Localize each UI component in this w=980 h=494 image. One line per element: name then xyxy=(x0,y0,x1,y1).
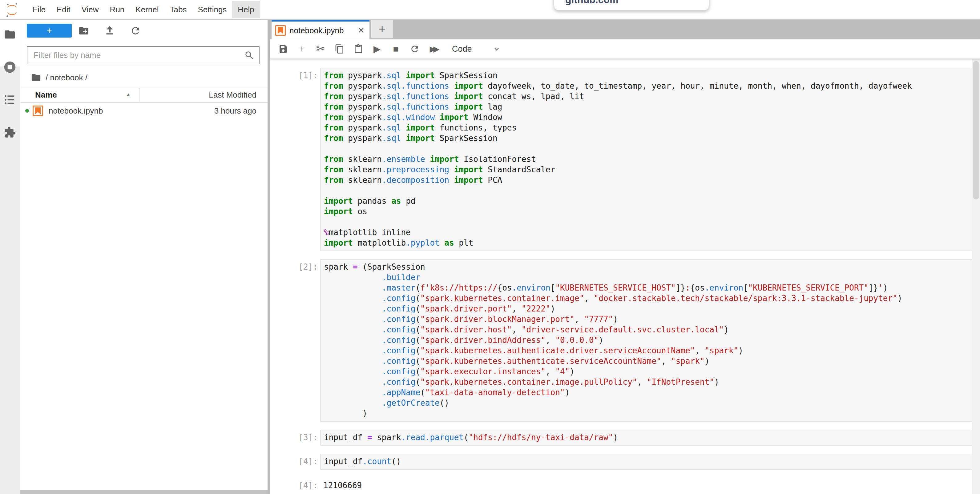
code-line: .getOrCreate() xyxy=(324,398,972,408)
menu-view[interactable]: View xyxy=(76,1,104,18)
cell-editor[interactable]: spark = (SparkSession .builder .master(f… xyxy=(320,259,972,422)
interrupt-kernel-button[interactable]: ■ xyxy=(387,40,405,58)
code-line: from pyspark.sql.functions import concat… xyxy=(324,91,972,102)
code-line: .config("spark.kubernetes.container.imag… xyxy=(324,377,972,387)
insert-cell-button[interactable]: + xyxy=(293,40,311,58)
notebook-icon xyxy=(275,25,286,36)
cell-type-dropdown[interactable]: Code xyxy=(452,44,501,54)
filter-files-input[interactable] xyxy=(27,51,242,60)
new-folder-icon xyxy=(78,25,89,37)
code-cell: [2]:spark = (SparkSession .builder .mast… xyxy=(270,259,972,422)
output-text: 12106669 xyxy=(323,478,362,491)
menu-help[interactable]: Help xyxy=(232,1,259,18)
file-list-header: Name ▲ Last Modified xyxy=(20,87,267,103)
cut-cells-button[interactable]: ✂ xyxy=(311,40,330,58)
sort-ascending-icon: ▲ xyxy=(126,92,131,98)
code-line: spark = (SparkSession xyxy=(324,262,972,272)
popup-site-text: github.com xyxy=(565,0,618,6)
notebook-file-icon xyxy=(33,106,43,116)
upload-icon xyxy=(104,25,115,37)
code-line: import os xyxy=(324,206,972,217)
file-browser-hscrollbar[interactable] xyxy=(20,490,267,494)
file-row[interactable]: notebook.ipynb3 hours ago xyxy=(20,102,267,119)
stop-circle-icon xyxy=(3,60,17,74)
folder-icon xyxy=(4,28,16,41)
notebook-cells: [1]:from pyspark.sql import SparkSession… xyxy=(270,59,972,494)
code-line: ) xyxy=(324,408,972,419)
save-icon xyxy=(278,44,288,54)
filter-files-box xyxy=(27,46,259,64)
refresh-button[interactable] xyxy=(128,24,143,38)
close-icon[interactable]: ✕ xyxy=(358,25,364,35)
code-cell: [1]:from pyspark.sql import SparkSession… xyxy=(270,68,972,251)
sidebar-item-extensions[interactable] xyxy=(0,122,20,142)
sidebar-item-file-browser[interactable] xyxy=(0,25,20,44)
tab-notebook[interactable]: notebook.ipynb ✕ xyxy=(272,20,369,40)
copy-cells-button[interactable] xyxy=(330,40,349,58)
run-all-button[interactable]: ▶▶ xyxy=(424,40,445,58)
file-list: notebook.ipynb3 hours ago xyxy=(20,102,267,119)
breadcrumb[interactable]: / notebook / xyxy=(20,68,267,87)
menu-file[interactable]: File xyxy=(27,1,51,18)
play-icon: ▶ xyxy=(374,44,380,54)
notebook-scrollbar[interactable] xyxy=(972,59,980,494)
file-last-modified: 3 hours ago xyxy=(214,106,256,116)
run-button[interactable]: ▶ xyxy=(368,40,387,58)
cell-editor[interactable]: input_df.count() xyxy=(320,454,972,470)
search-icon xyxy=(244,50,255,60)
menu-run[interactable]: Run xyxy=(104,1,130,18)
left-sidebar-strip xyxy=(0,20,20,494)
code-line: import matplotlib.pyplot as plt xyxy=(324,238,972,248)
sidebar-item-running-kernels[interactable] xyxy=(0,57,20,77)
code-line: .config("spark.driver.blockManager.port"… xyxy=(324,314,972,324)
home-folder-icon[interactable] xyxy=(31,72,41,83)
code-line: .config("spark.kubernetes.container.imag… xyxy=(324,293,972,303)
input-prompt: [2]: xyxy=(270,259,318,422)
column-divider xyxy=(140,88,140,102)
refresh-icon xyxy=(130,25,141,37)
column-header-name[interactable]: Name xyxy=(35,90,57,100)
list-icon xyxy=(4,94,16,106)
new-folder-button[interactable] xyxy=(76,24,91,38)
code-line: input_df.count() xyxy=(324,456,972,467)
code-line: from pyspark.sql import SparkSession xyxy=(324,70,972,81)
code-line: .config("spark.driver.port", "2222") xyxy=(324,303,972,314)
upload-button[interactable] xyxy=(102,24,117,38)
scrollbar-thumb[interactable] xyxy=(973,61,979,199)
menu-edit[interactable]: Edit xyxy=(51,1,76,18)
menu-settings[interactable]: Settings xyxy=(192,1,232,18)
code-line xyxy=(324,217,972,227)
chevron-down-icon xyxy=(492,44,501,53)
restart-kernel-button[interactable] xyxy=(405,40,424,58)
tab-bar: notebook.ipynb ✕ + xyxy=(270,19,980,40)
code-line: from pyspark.sql.functions import lag xyxy=(324,102,972,112)
column-header-last-modified[interactable]: Last Modified xyxy=(209,90,256,100)
code-line: import pandas as pd xyxy=(324,196,972,206)
code-line: .config("spark.kubernetes.authenticate.s… xyxy=(324,356,972,366)
code-line: .master(f'k8s://https://{os.environ["KUB… xyxy=(324,283,972,293)
cell-editor[interactable]: input_df = spark.read.parquet("hdfs://hd… xyxy=(320,430,972,446)
paste-icon xyxy=(353,44,363,54)
cell-editor[interactable]: from pyspark.sql import SparkSessionfrom… xyxy=(320,68,972,251)
sidebar-item-table-of-contents[interactable] xyxy=(0,90,20,110)
code-line: from pyspark.sql.window import Window xyxy=(324,112,972,122)
code-line: from pyspark.sql import SparkSession xyxy=(324,133,972,143)
copy-icon xyxy=(335,44,345,54)
kernel-running-dot-icon xyxy=(25,109,29,113)
new-tab-button[interactable]: + xyxy=(371,20,393,38)
menu-kernel[interactable]: Kernel xyxy=(130,1,164,18)
file-name: notebook.ipynb xyxy=(49,106,103,116)
jupyter-logo-icon xyxy=(5,3,19,17)
input-prompt: [1]: xyxy=(270,68,318,251)
panel-resize-divider[interactable] xyxy=(267,20,270,494)
notebook-toolbar: + ✂ ▶ ■ ▶▶ Code xyxy=(270,40,980,59)
menu-tabs[interactable]: Tabs xyxy=(164,1,192,18)
code-line xyxy=(324,185,972,196)
code-line: from pyspark.sql import functions, types xyxy=(324,122,972,133)
paste-cells-button[interactable] xyxy=(349,40,368,58)
scissors-icon: ✂ xyxy=(316,43,325,54)
code-line: .config("spark.driver.host", "driver-ser… xyxy=(324,324,972,335)
new-launcher-button[interactable]: + xyxy=(27,24,72,38)
save-button[interactable] xyxy=(274,40,293,58)
file-browser-panel: + / notebook / Name ▲ Last Modified note… xyxy=(20,20,267,494)
